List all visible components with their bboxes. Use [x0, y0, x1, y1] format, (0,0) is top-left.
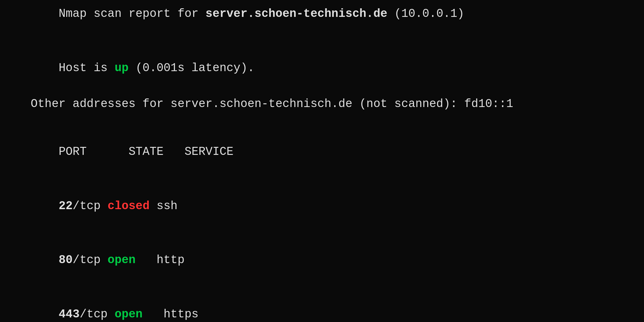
port-443-spacer — [143, 308, 163, 321]
col-state-spacer — [163, 145, 184, 158]
hostname-bold: server.schoen-technisch.de — [205, 7, 387, 20]
port-443-state: open — [115, 308, 143, 321]
port-80-spacer — [136, 253, 156, 266]
port-row-22: 22/tcp closed ssh — [31, 179, 613, 233]
port-80-service: http — [157, 253, 185, 266]
port-22-proto: /tcp — [73, 199, 108, 213]
terminal-output: $ grc -n nmap-state nmap -sT -p 22,80,44… — [0, 0, 644, 322]
port-443-proto: /tcp — [80, 308, 115, 321]
host-status-line: Host is up (0.001s latency). — [31, 41, 613, 95]
port-443-number: 443 — [59, 308, 79, 321]
col-state-header: STATE — [128, 145, 163, 158]
other-addresses-line: Other addresses for server.schoen-techni… — [31, 95, 613, 113]
port-80-proto: /tcp — [73, 253, 108, 266]
host-up-status: up — [115, 61, 129, 75]
table-header: PORT STATE SERVICE — [31, 125, 613, 179]
host-status-suffix: (0.001s latency). — [128, 61, 254, 75]
port-22-spacer — [150, 199, 157, 213]
port-22-service: ssh — [157, 199, 178, 213]
port-80-number: 80 — [59, 253, 73, 266]
port-22-number: 22 — [59, 199, 73, 213]
port-22-state: closed — [108, 199, 150, 213]
port-443-service: https — [163, 308, 198, 321]
col-port-header: PORT — [59, 145, 86, 158]
scan-report-suffix: (10.0.0.1) — [387, 7, 464, 20]
col-port-spacer — [86, 145, 128, 158]
host-status-prefix: Host is — [59, 61, 114, 75]
port-row-80: 80/tcp open http — [31, 233, 613, 288]
port-80-state: open — [108, 253, 136, 266]
port-row-443: 443/tcp open https — [31, 287, 613, 322]
scan-report-prefix: Nmap scan report for — [59, 7, 205, 20]
col-service-header: SERVICE — [185, 145, 234, 158]
scan-report-line: Nmap scan report for server.schoen-techn… — [31, 0, 613, 41]
